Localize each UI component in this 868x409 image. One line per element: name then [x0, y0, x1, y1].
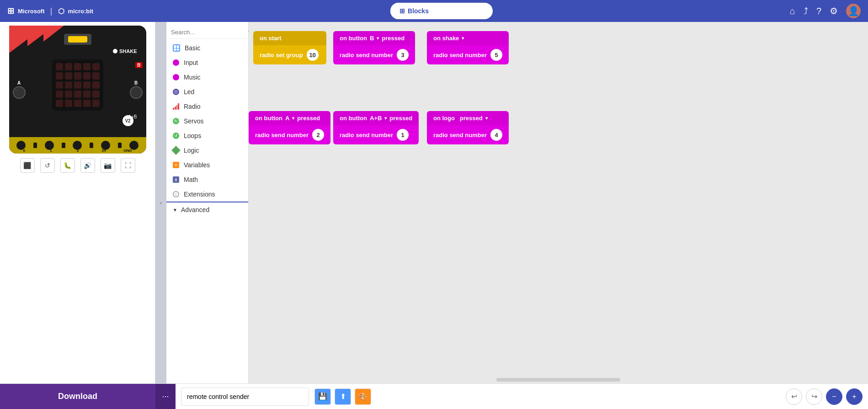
- github-icon: ⬆: [340, 392, 346, 401]
- project-name-input[interactable]: [181, 388, 309, 406]
- search-input[interactable]: [171, 29, 248, 36]
- paint-icon: 🎨: [358, 392, 367, 401]
- block-group-button-a: on button A ▾ pressed radio send number …: [249, 111, 330, 144]
- sidebar-item-music[interactable]: Music: [166, 70, 248, 85]
- shake-value[interactable]: 5: [490, 49, 502, 61]
- github-button[interactable]: ⬆: [335, 388, 351, 405]
- block-group-logo: on logo pressed ▾ radio send number 4: [427, 111, 509, 144]
- button-b-send-label: radio send number: [340, 52, 393, 58]
- servos-icon: ↻: [173, 118, 179, 124]
- button-a-hat[interactable]: on button A ▾ pressed: [249, 111, 330, 125]
- pin-label-gnd: GND: [124, 149, 132, 153]
- sidebar-item-logic[interactable]: Logic: [166, 143, 248, 158]
- led-3-4: [92, 90, 100, 98]
- button-b-area: B: [130, 80, 143, 99]
- home-icon[interactable]: ⌂: [790, 6, 795, 16]
- sidebar-item-led-label: Led: [184, 88, 194, 96]
- led-3-1: [65, 90, 72, 98]
- canvas-area[interactable]: on start radio set group 10 on button B …: [249, 22, 868, 383]
- shake-send-label: radio send number: [433, 52, 487, 58]
- javascript-mode-button[interactable]: {} JavaScript ▼: [438, 3, 493, 19]
- horizontal-scrollbar[interactable]: [496, 378, 620, 382]
- zoom-in-button[interactable]: +: [846, 388, 863, 405]
- sidebar-item-input[interactable]: Input: [166, 55, 248, 70]
- button-a[interactable]: [13, 86, 26, 99]
- paint-button[interactable]: 🎨: [355, 388, 371, 405]
- button-a-send-label: radio send number: [255, 132, 309, 138]
- dropdown-chevron-icon: ▼: [483, 9, 487, 14]
- button-a-value[interactable]: 2: [312, 129, 324, 141]
- pin-small-4: [118, 143, 122, 148]
- led-1-3: [83, 72, 91, 80]
- share-icon[interactable]: ⤴: [804, 6, 808, 16]
- button-ab-value[interactable]: 1: [397, 129, 409, 141]
- shake-body[interactable]: radio send number 5: [427, 45, 509, 64]
- on-start-hat[interactable]: on start: [253, 31, 326, 45]
- sidebar-toggle-button[interactable]: ‹: [155, 22, 166, 383]
- led-0-2: [74, 63, 81, 70]
- sidebar-item-variables[interactable]: ≡ Variables: [166, 158, 248, 172]
- pin-small-2: [62, 143, 65, 148]
- button-ab-body[interactable]: radio send number 1: [333, 125, 419, 144]
- sidebar-item-radio[interactable]: Radio: [166, 99, 248, 114]
- led-4-2: [74, 100, 81, 107]
- sidebar-item-advanced-label: Advanced: [181, 206, 209, 213]
- basic-icon: [173, 44, 180, 52]
- usb-connector: [64, 34, 91, 45]
- sim-sound-button[interactable]: 🔊: [80, 158, 95, 173]
- undo-button[interactable]: ↩: [786, 388, 802, 405]
- download-more-button[interactable]: ···: [155, 384, 176, 409]
- brand: ⊞ Microsoft | ⬡ micro:bit: [7, 6, 93, 16]
- sidebar-item-servos[interactable]: ↻ Servos: [166, 114, 248, 128]
- shake-label: SHAKE: [113, 48, 137, 54]
- avatar[interactable]: 👤: [846, 4, 861, 18]
- blocks-icon: ⊞: [399, 7, 405, 15]
- blocks-mode-button[interactable]: ⊞ Blocks: [390, 3, 438, 19]
- sidebar-item-loops[interactable]: ↺ Loops: [166, 128, 248, 143]
- sim-fullscreen-button[interactable]: ⛶: [121, 158, 135, 173]
- sim-reload-button[interactable]: ↺: [40, 158, 55, 173]
- logo-hat[interactable]: on logo pressed ▾: [427, 111, 509, 125]
- shake-hat[interactable]: on shake ▾: [427, 31, 509, 45]
- sidebar-item-math[interactable]: ± Math: [166, 172, 248, 187]
- bottom-actions: 💾 ⬆ 🎨: [314, 388, 371, 405]
- topnav: ⊞ Microsoft | ⬡ micro:bit ⊞ Blocks {} Ja…: [0, 0, 868, 22]
- bottom-right-actions: ↩ ↪ − +: [786, 388, 868, 405]
- button-a-body[interactable]: radio send number 2: [249, 125, 330, 144]
- sim-debug-button[interactable]: 🐛: [60, 158, 75, 173]
- sidebar-item-loops-label: Loops: [184, 132, 201, 139]
- microsoft-label: Microsoft: [18, 8, 45, 15]
- block-group-on-start: on start radio set group 10: [253, 31, 326, 64]
- led-2-4: [92, 81, 100, 89]
- button-b-value[interactable]: 3: [397, 49, 409, 61]
- led-2-1: [65, 81, 72, 89]
- sim-stop-button[interactable]: ⬛: [20, 158, 35, 173]
- redo-button[interactable]: ↪: [806, 388, 822, 405]
- pin-label-0: 0: [23, 149, 25, 153]
- button-ab-hat[interactable]: on button A+B ▾ pressed: [333, 111, 419, 125]
- download-button[interactable]: Download: [0, 384, 155, 409]
- sidebar-item-music-label: Music: [184, 74, 201, 81]
- v2-badge: V2: [122, 115, 133, 126]
- settings-icon[interactable]: ⚙: [830, 5, 838, 16]
- logo-body[interactable]: radio send number 4: [427, 125, 509, 144]
- download-label: Download: [58, 392, 97, 401]
- sim-screenshot-button[interactable]: 📷: [101, 158, 115, 173]
- on-start-body[interactable]: radio set group 10: [253, 45, 326, 64]
- zoom-out-button[interactable]: −: [826, 388, 842, 405]
- button-b-body[interactable]: radio send number 3: [333, 45, 415, 64]
- sidebar-item-advanced[interactable]: ▼ Advanced: [166, 202, 248, 217]
- led-grid: [52, 59, 103, 111]
- logo-value[interactable]: 4: [490, 129, 502, 141]
- sidebar-item-extensions[interactable]: + Extensions: [166, 187, 248, 202]
- save-button[interactable]: 💾: [314, 388, 331, 405]
- sidebar-item-led[interactable]: Led: [166, 85, 248, 99]
- on-start-value[interactable]: 10: [307, 49, 319, 61]
- button-b-hat[interactable]: on button B ▾ pressed: [333, 31, 415, 45]
- variables-icon: ≡: [173, 162, 179, 168]
- block-group-shake: on shake ▾ radio send number 5: [427, 31, 509, 64]
- help-icon[interactable]: ?: [816, 6, 821, 16]
- sidebar-item-basic[interactable]: Basic: [166, 41, 248, 55]
- input-icon: [173, 59, 179, 66]
- button-b[interactable]: [130, 86, 143, 99]
